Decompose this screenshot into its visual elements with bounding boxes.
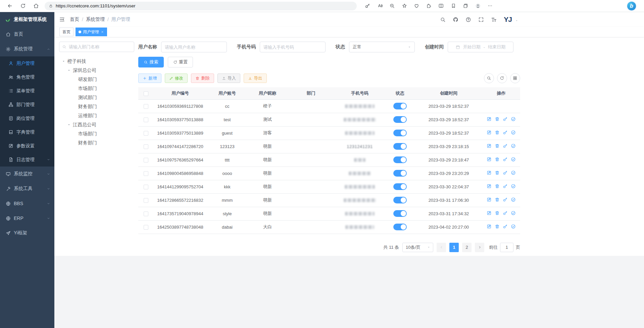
app-logo[interactable]: 意框架管理系统 [0,12,54,27]
row-checkbox[interactable] [144,144,148,149]
reset-password-button[interactable] [503,170,508,175]
browser-essentials-icon[interactable] [410,3,423,9]
favorites-star-icon[interactable] [398,3,411,9]
add-button[interactable]: 新增 [138,74,161,83]
tree-node[interactable]: 运维部门 [59,111,134,120]
browser-menu-ellipsis-icon[interactable] [484,3,496,9]
edit-user-button[interactable] [487,210,492,216]
collections-icon[interactable] [459,3,472,9]
tree-node[interactable]: 测试部门 [59,93,134,102]
sidebar-item-menu-management[interactable]: 菜单管理 [0,84,54,98]
browser-refresh-icon[interactable] [16,3,30,9]
reset-password-button[interactable] [503,143,508,148]
delete-user-button[interactable] [495,224,500,229]
assign-role-button[interactable] [511,116,516,122]
sidebar-item-erp[interactable]: ERP [0,211,54,226]
header-search-icon[interactable] [440,17,446,22]
delete-user-button[interactable] [495,143,500,148]
tree-node[interactable]: 市场部门 [59,129,134,138]
delete-user-button[interactable] [495,130,500,135]
reset-password-button[interactable] [503,157,508,162]
status-select[interactable]: 正常 [349,42,415,52]
assign-role-button[interactable] [511,170,516,175]
help-question-icon[interactable] [465,17,471,22]
split-screen-icon[interactable] [435,3,447,9]
sidebar-item-param-settings[interactable]: 参数设置 [0,139,54,153]
status-toggle[interactable] [393,197,407,203]
status-toggle[interactable] [393,116,407,123]
row-checkbox[interactable] [144,225,148,230]
edit-user-button[interactable] [487,224,492,229]
sidebar-item-log-management[interactable]: 日志管理 [0,153,54,167]
breadcrumb-system[interactable]: 系统管理 [86,16,105,22]
tree-node[interactable]: 财务部门 [59,102,134,111]
reset-password-button[interactable] [503,224,508,229]
tree-node[interactable]: 深圳总公司 [59,66,134,75]
status-toggle[interactable] [393,210,407,217]
toggle-search-button[interactable] [484,73,494,83]
sidebar-item-system-monitor[interactable]: 系统监控 [0,167,54,181]
edit-user-button[interactable] [487,170,492,175]
delete-user-button[interactable] [495,170,500,175]
favorites-bar-icon[interactable] [447,3,460,9]
tree-node[interactable]: 市场部门 [59,84,134,93]
extensions-puzzle-icon[interactable] [423,3,435,9]
prev-page-button[interactable] [437,243,446,252]
username-input[interactable] [161,42,227,52]
tag-home[interactable]: 首页 [59,28,73,36]
sidebar-item-bbs[interactable]: BBS [0,196,54,211]
copilot-bing-button[interactable]: b [627,2,636,10]
profile-avatar-icon[interactable] [472,3,484,9]
sidebar-item-post-management[interactable]: 岗位管理 [0,111,54,125]
page-button-1[interactable]: 1 [449,243,459,252]
modify-button[interactable]: 修改 [165,74,188,83]
tree-node[interactable]: 江西总公司 [59,120,134,129]
breadcrumb-home[interactable]: 首页 [70,16,79,22]
status-toggle[interactable] [393,224,407,230]
read-aloud-icon[interactable] [374,3,386,9]
assign-role-button[interactable] [511,143,516,148]
edit-user-button[interactable] [487,157,492,162]
assign-role-button[interactable] [511,197,516,202]
delete-user-button[interactable] [495,210,500,216]
reset-button[interactable]: 重置 [168,57,193,67]
row-checkbox[interactable] [144,104,148,109]
assign-role-button[interactable] [511,184,516,189]
avatar-caret-down-icon[interactable] [515,19,518,24]
fullscreen-icon[interactable] [478,17,484,22]
browser-home-icon[interactable] [30,3,43,9]
row-checkbox[interactable] [144,185,148,189]
row-checkbox[interactable] [144,118,148,122]
tag-user-management[interactable]: 用户管理 [76,28,107,36]
zoom-out-icon[interactable] [386,3,398,9]
row-checkbox[interactable] [144,131,148,136]
sidebar-item-user-management[interactable]: 用户管理 [0,56,54,70]
reset-password-button[interactable] [503,184,508,189]
tree-node[interactable]: 财务部门 [59,138,134,147]
status-toggle[interactable] [393,156,407,163]
sidebar-item-system-tools[interactable]: 系统工具 [0,181,54,196]
sidebar-item-yi-framework[interactable]: Yi框架 [0,226,54,240]
sidebar-item-dept-management[interactable]: 部门管理 [0,98,54,111]
browser-back-icon[interactable] [3,3,16,9]
row-checkbox[interactable] [144,212,148,216]
reset-password-button[interactable] [503,210,508,216]
address-bar[interactable]: https://ccnetcore.com:1101/system/user [45,2,357,10]
edit-user-button[interactable] [487,130,492,135]
tree-node[interactable]: 橙子科技 [59,57,134,66]
status-toggle[interactable] [393,143,407,150]
status-toggle[interactable] [393,183,407,190]
reset-password-button[interactable] [503,130,508,135]
status-toggle[interactable] [393,103,407,109]
font-size-icon[interactable] [491,17,497,22]
goto-page-input[interactable] [500,243,513,252]
export-button[interactable]: 导出 [244,74,267,83]
sidebar-item-home[interactable]: 首页 [0,27,54,42]
edit-user-button[interactable] [487,197,492,202]
sidebar-item-role-management[interactable]: 角色管理 [0,70,54,84]
page-size-select[interactable]: 10条/页 [402,243,433,252]
reset-password-button[interactable] [503,116,508,122]
edit-user-button[interactable] [487,143,492,148]
user-avatar-logo[interactable]: YJ [504,15,512,24]
assign-role-button[interactable] [511,224,516,229]
